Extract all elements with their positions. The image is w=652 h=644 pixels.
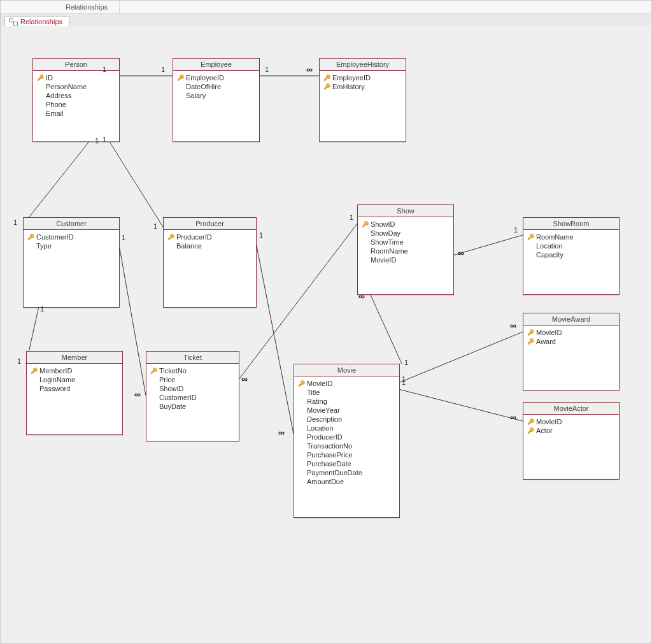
field-name: CustomerID bbox=[36, 233, 74, 241]
entity-person[interactable]: PersonIDPersonNameAddressPhoneEmail bbox=[32, 58, 120, 142]
field[interactable]: Actor bbox=[527, 426, 615, 435]
primary-key-icon bbox=[27, 234, 34, 240]
ribbon-group-label: Relationships bbox=[66, 3, 108, 11]
field-name: Price bbox=[159, 376, 175, 383]
ribbon: Relationships bbox=[1, 1, 651, 14]
field[interactable]: Title bbox=[298, 388, 395, 397]
field[interactable]: Description bbox=[298, 415, 395, 424]
field[interactable]: CustomerID bbox=[150, 393, 235, 402]
field-name: Award bbox=[536, 338, 556, 345]
field-name: Phone bbox=[46, 101, 66, 108]
field[interactable]: DateOfHire bbox=[177, 82, 255, 91]
entity-movie[interactable]: MovieMovieIDTitleRatingMovieYearDescript… bbox=[294, 364, 400, 518]
field[interactable]: Email bbox=[37, 109, 115, 118]
field[interactable]: ShowDay bbox=[362, 229, 450, 238]
field[interactable]: Address bbox=[37, 91, 115, 100]
entity-showroom[interactable]: ShowRoomRoomNameLocationCapacity bbox=[523, 217, 620, 295]
field-name: ID bbox=[46, 74, 53, 82]
tab-relationships[interactable]: Relationships bbox=[4, 16, 69, 27]
field[interactable]: Rating bbox=[298, 397, 395, 406]
field[interactable]: Phone bbox=[37, 100, 115, 109]
primary-key-icon bbox=[31, 368, 37, 374]
field[interactable]: MemberID bbox=[31, 366, 118, 375]
field[interactable]: MovieID bbox=[362, 255, 450, 264]
entity-member[interactable]: MemberMemberIDLoginNamePassword bbox=[26, 351, 123, 435]
field[interactable]: EmployeeID bbox=[323, 73, 402, 82]
field[interactable]: EmHistory bbox=[323, 82, 402, 91]
field[interactable]: Price bbox=[150, 375, 235, 384]
cardinality-label: 1 bbox=[259, 231, 263, 239]
entity-movieaward[interactable]: MovieAwardMovieIDAward bbox=[523, 313, 620, 390]
field-name: BuyDate bbox=[159, 403, 186, 410]
field-name: Balance bbox=[176, 242, 202, 250]
entity-title: MovieActor bbox=[523, 403, 619, 415]
entity-producer[interactable]: ProducerProducerIDBalance bbox=[163, 217, 257, 308]
field[interactable]: Salary bbox=[177, 91, 255, 100]
entity-employeehistory[interactable]: EmployeeHistoryEmployeeIDEmHistory bbox=[319, 58, 406, 142]
field[interactable]: TransactionNo bbox=[298, 441, 395, 450]
field[interactable]: Balance bbox=[167, 241, 252, 250]
cardinality-label: 1 bbox=[404, 359, 408, 366]
field[interactable]: MovieID bbox=[298, 379, 395, 388]
field-name: PaymentDueDate bbox=[307, 469, 362, 476]
entity-customer[interactable]: CustomerCustomerIDType bbox=[23, 217, 120, 308]
primary-key-icon bbox=[323, 75, 330, 81]
field[interactable]: Award bbox=[527, 337, 615, 346]
field-name: Location bbox=[307, 424, 334, 432]
field-name: MemberID bbox=[39, 367, 72, 375]
ribbon-group-relationships[interactable]: Relationships bbox=[54, 1, 120, 13]
entity-show[interactable]: ShowShowIDShowDayShowTimeRoomNameMovieID bbox=[357, 204, 454, 295]
field[interactable]: RoomName bbox=[527, 233, 615, 241]
field-name: MovieID bbox=[536, 418, 562, 426]
field-name: Rating bbox=[307, 397, 327, 405]
relationships-canvas[interactable]: PersonIDPersonNameAddressPhoneEmailEmplo… bbox=[1, 26, 651, 643]
field[interactable]: RoomName bbox=[362, 247, 450, 255]
field[interactable]: ShowID bbox=[362, 220, 450, 229]
primary-key-icon bbox=[527, 330, 534, 336]
cardinality-label: ∞ bbox=[306, 64, 313, 75]
cardinality-label: ∞ bbox=[134, 389, 141, 399]
entity-title: MovieAward bbox=[523, 313, 619, 326]
field[interactable]: PaymentDueDate bbox=[298, 468, 395, 477]
field[interactable]: PurchaseDate bbox=[298, 459, 395, 468]
field[interactable]: ShowTime bbox=[362, 238, 450, 247]
field[interactable]: PurchasePrice bbox=[298, 450, 395, 459]
field[interactable]: BuyDate bbox=[150, 402, 235, 411]
cardinality-label: 1 bbox=[153, 222, 157, 230]
field[interactable]: MovieID bbox=[527, 328, 615, 337]
primary-key-icon bbox=[167, 234, 174, 240]
field[interactable]: AmountDue bbox=[298, 477, 395, 486]
field[interactable]: Location bbox=[298, 424, 395, 433]
field[interactable]: Capacity bbox=[527, 250, 615, 259]
field[interactable]: Password bbox=[31, 384, 118, 393]
entity-employee[interactable]: EmployeeEmployeeIDDateOfHireSalary bbox=[173, 58, 260, 142]
entity-ticket[interactable]: TicketTicketNoPriceShowIDCustomerIDBuyDa… bbox=[146, 351, 239, 441]
field[interactable]: EmployeeID bbox=[177, 73, 255, 82]
field-name: RoomName bbox=[371, 247, 408, 255]
field[interactable]: Type bbox=[27, 241, 115, 250]
entity-title: Employee bbox=[173, 59, 259, 71]
field[interactable]: ProducerID bbox=[167, 233, 252, 241]
field-name: PurchaseDate bbox=[307, 460, 351, 468]
entity-movieactor[interactable]: MovieActorMovieIDActor bbox=[523, 402, 620, 480]
cardinality-label: ∞ bbox=[458, 248, 464, 258]
field-name: EmHistory bbox=[332, 83, 365, 90]
cardinality-label: 1 bbox=[402, 378, 406, 386]
primary-key-icon bbox=[527, 339, 534, 345]
primary-key-icon bbox=[362, 222, 368, 227]
field[interactable]: ProducerID bbox=[298, 433, 395, 441]
field[interactable]: Location bbox=[527, 241, 615, 250]
field[interactable]: MovieYear bbox=[298, 406, 395, 415]
field-name: DateOfHire bbox=[186, 83, 221, 90]
entity-title: EmployeeHistory bbox=[320, 59, 406, 71]
field[interactable]: LoginName bbox=[31, 375, 118, 384]
field[interactable]: MovieID bbox=[527, 417, 615, 426]
field-name: Address bbox=[46, 92, 71, 99]
field[interactable]: CustomerID bbox=[27, 233, 115, 241]
entity-title: ShowRoom bbox=[523, 218, 619, 230]
field-list: TicketNoPriceShowIDCustomerIDBuyDate bbox=[146, 364, 239, 416]
field[interactable]: ShowID bbox=[150, 384, 235, 393]
field[interactable]: ID bbox=[37, 73, 115, 82]
field[interactable]: PersonName bbox=[37, 82, 115, 91]
field[interactable]: TicketNo bbox=[150, 366, 235, 375]
